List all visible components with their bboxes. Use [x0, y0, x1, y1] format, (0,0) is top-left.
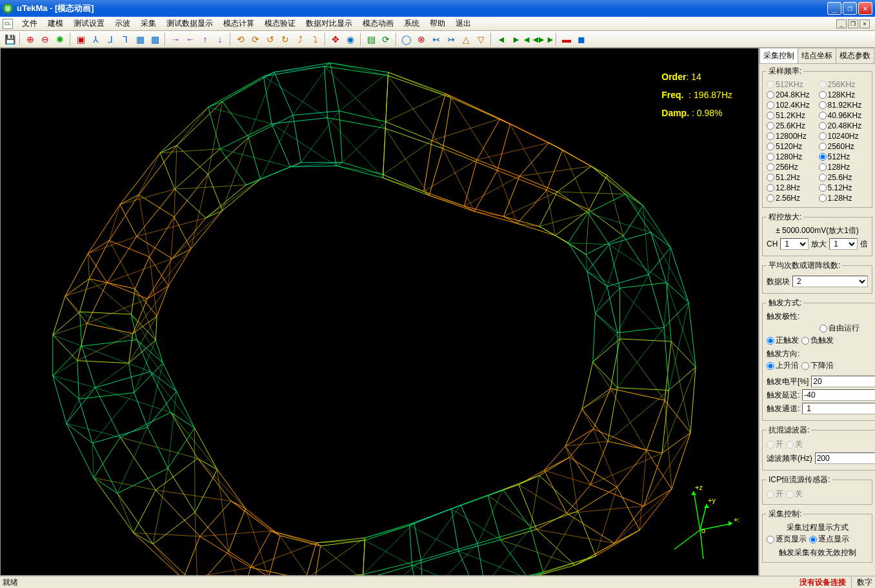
grid-icon[interactable]: ▤ — [364, 32, 378, 46]
solid-icon[interactable]: ▩ — [148, 32, 162, 46]
rotate-x-neg-icon[interactable]: ⟳ — [248, 32, 263, 46]
radio-sr-51.2KHz[interactable] — [767, 112, 774, 119]
radio-sr-2.56Hz[interactable] — [767, 194, 774, 202]
refresh-icon[interactable]: ⟳ — [379, 32, 393, 46]
save-icon[interactable]: 💾 — [3, 32, 17, 46]
orbit-icon[interactable]: ◉ — [343, 32, 357, 46]
radio-sr-204.8KHz[interactable] — [767, 91, 774, 99]
viewport-3d[interactable]: Order: 14 Freq. : 196.87Hz Damp. : 0.98%… — [0, 48, 759, 576]
stop-icon[interactable]: ◼ — [574, 32, 588, 46]
avg-select[interactable]: 2 — [792, 276, 868, 287]
surface-icon[interactable]: ▦ — [133, 32, 147, 46]
level-input[interactable] — [811, 376, 875, 387]
menu-data-display[interactable]: 测试数据显示 — [161, 17, 218, 30]
forward-icon[interactable]: ►► — [539, 32, 553, 46]
minimize-button[interactable]: _ — [827, 2, 841, 15]
rotate-x-pos-icon[interactable]: ⟲ — [234, 32, 248, 46]
ch-select[interactable]: 1 — [780, 238, 809, 250]
tab-acquire-control[interactable]: 采集控制 — [759, 48, 798, 63]
radio-sr-81.92KHz[interactable] — [819, 101, 827, 109]
menu-oscilloscope[interactable]: 示波 — [110, 17, 136, 30]
arrow-down-icon[interactable]: ↓ — [213, 32, 227, 46]
menu-bar: CL 文件 建模 测试设置 示波 采集 测试数据显示 模态计算 模态验证 数据对… — [0, 17, 875, 31]
menu-exit[interactable]: 退出 — [450, 17, 476, 30]
radio-page-disp[interactable] — [767, 536, 774, 543]
record-icon[interactable]: ▬ — [559, 32, 574, 46]
rotate-y-neg-icon[interactable]: ↻ — [278, 32, 292, 46]
line-icon[interactable]: ⅂ — [118, 32, 132, 46]
wave-right-icon[interactable]: ↣ — [444, 32, 458, 46]
radio-sr-25.6Hz[interactable] — [819, 174, 827, 181]
radio-sr-102.4KHz[interactable] — [767, 101, 774, 109]
radio-sr-512Hz[interactable] — [819, 153, 827, 161]
arrow-left-icon[interactable]: ← — [183, 32, 197, 46]
rotate-z-pos-icon[interactable]: ⤴ — [293, 32, 307, 46]
radio-point-disp[interactable] — [809, 536, 817, 543]
arrow-up-icon[interactable]: ↑ — [198, 32, 212, 46]
tab-node-coords[interactable]: 结点坐标 — [798, 48, 836, 63]
svg-line-334 — [147, 286, 168, 299]
play-right-icon[interactable]: ► — [509, 32, 523, 46]
play-left-icon[interactable]: ◄ — [494, 32, 508, 46]
menu-modal-anim[interactable]: 模态动画 — [357, 17, 399, 30]
svg-line-68 — [569, 457, 617, 487]
rotate-z-neg-icon[interactable]: ⤵ — [308, 32, 322, 46]
menu-file[interactable]: 文件 — [17, 17, 43, 30]
pan-icon[interactable]: ✥ — [328, 32, 343, 46]
radio-neg-trigger[interactable] — [801, 337, 809, 345]
menu-modal-calc[interactable]: 模态计算 — [218, 17, 259, 30]
radio-sr-12800Hz[interactable] — [767, 132, 774, 140]
aa-freq-input[interactable] — [815, 452, 875, 464]
trig-chan-select[interactable]: 1 — [802, 403, 875, 414]
perspective-icon[interactable]: ▣ — [74, 32, 88, 46]
radio-pos-trigger[interactable] — [767, 337, 774, 345]
zoom-in-icon[interactable]: ⊕ — [23, 32, 37, 46]
radio-sr-40.96KHz[interactable] — [819, 112, 827, 119]
mdi-minimize-button[interactable]: _ — [836, 19, 847, 28]
radio-sr-20.48KHz[interactable] — [819, 122, 827, 130]
radio-sr-25.6KHz[interactable] — [767, 122, 774, 130]
menu-system[interactable]: 系统 — [399, 17, 425, 30]
close-button[interactable]: ✕ — [858, 2, 872, 15]
radio-sr-5120Hz[interactable] — [767, 143, 774, 150]
target-icon[interactable]: ⊗ — [414, 32, 428, 46]
menu-modal-verify[interactable]: 模态验证 — [259, 17, 301, 30]
mdi-close-button[interactable]: × — [860, 19, 870, 28]
radio-sr-51.2Hz[interactable] — [767, 174, 774, 181]
radio-sr-128Hz[interactable] — [819, 163, 827, 171]
radio-sr-128KHz[interactable] — [819, 91, 827, 99]
node-icon[interactable]: ⅃ — [103, 32, 117, 46]
radio-sr-2560Hz[interactable] — [819, 143, 827, 150]
svg-line-405 — [272, 124, 336, 166]
radio-sr-1.28Hz[interactable] — [819, 194, 827, 202]
svg-line-492 — [547, 150, 563, 190]
triangle-down-icon[interactable]: ▽ — [474, 32, 488, 46]
mdi-restore-button[interactable]: ❐ — [848, 19, 858, 28]
radio-sr-256Hz[interactable] — [767, 163, 774, 171]
menu-compare[interactable]: 数据对比显示 — [301, 17, 357, 30]
wave-left-icon[interactable]: ↢ — [429, 32, 443, 46]
menu-model[interactable]: 建模 — [43, 17, 68, 30]
radio-sr-12.8Hz[interactable] — [767, 184, 774, 192]
radio-sr-1280Hz[interactable] — [767, 153, 774, 161]
axis-icon[interactable]: ⅄ — [88, 32, 103, 46]
triangle-up-icon[interactable]: △ — [459, 32, 473, 46]
rotate-y-pos-icon[interactable]: ↺ — [263, 32, 277, 46]
amp-select[interactable]: 1 — [829, 238, 858, 250]
menu-acquire[interactable]: 采集 — [136, 17, 161, 30]
radio-sr-5.12Hz[interactable] — [819, 184, 827, 192]
tab-modal-params[interactable]: 模态参数 — [836, 48, 874, 63]
maximize-button[interactable]: ❐ — [843, 2, 857, 15]
zoom-out-icon[interactable]: ⊖ — [38, 32, 52, 46]
menu-test-setup[interactable]: 测试设置 — [68, 17, 110, 30]
radio-falling[interactable] — [801, 362, 809, 370]
radio-rising[interactable] — [767, 362, 774, 370]
rewind-icon[interactable]: ◄◄ — [524, 32, 538, 46]
radio-free-run[interactable] — [820, 325, 827, 332]
arrow-right-icon[interactable]: → — [168, 32, 183, 46]
radio-sr-10240Hz[interactable] — [819, 132, 827, 140]
zoom-fit-icon[interactable]: ✺ — [53, 32, 67, 46]
menu-help[interactable]: 帮助 — [425, 17, 450, 30]
delay-input[interactable] — [802, 389, 875, 401]
circle-icon[interactable]: ◯ — [399, 32, 414, 46]
